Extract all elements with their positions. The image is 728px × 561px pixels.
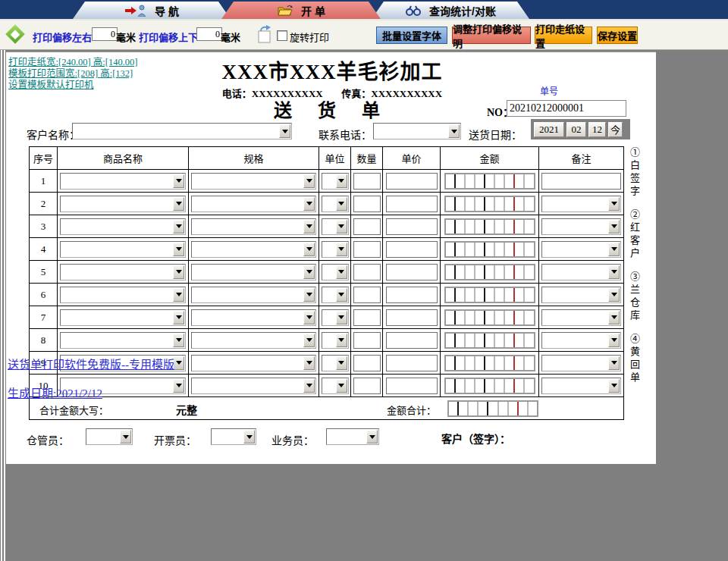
amount-digit-cell[interactable]	[495, 379, 505, 393]
amount-digit-cell[interactable]	[505, 356, 515, 370]
row-1-product-combobox[interactable]	[60, 173, 186, 190]
row-5-spec-combobox[interactable]	[191, 264, 316, 280]
amount-digit-cell[interactable]	[485, 243, 495, 256]
salesman-combobox[interactable]	[326, 428, 379, 445]
amount-digit-cell[interactable]	[475, 265, 485, 279]
row-10-unit-combobox[interactable]	[322, 378, 349, 394]
amount-digit-cell[interactable]	[515, 220, 525, 233]
amount-digit-cell[interactable]	[456, 334, 466, 347]
amount-digit-cell[interactable]	[456, 265, 466, 279]
rotate-print-checkbox[interactable]	[277, 30, 287, 41]
dropdown-arrow-icon[interactable]	[173, 243, 184, 256]
dropdown-arrow-icon[interactable]	[173, 379, 184, 393]
amount-digit-cell[interactable]	[509, 402, 519, 415]
dropdown-arrow-icon[interactable]	[303, 379, 315, 393]
amount-digit-cell[interactable]	[475, 220, 485, 233]
row-9-quantity-input[interactable]	[353, 355, 381, 371]
dropdown-arrow-icon[interactable]	[608, 243, 620, 256]
row-1-quantity-input[interactable]	[353, 173, 381, 190]
amount-digit-cell[interactable]	[456, 356, 466, 370]
amount-digit-cell[interactable]	[485, 379, 495, 393]
amount-digit-cell[interactable]	[529, 402, 537, 415]
amount-digit-cell[interactable]	[525, 265, 533, 279]
date-year-button[interactable]: 2021	[534, 122, 564, 137]
amount-digit-cell[interactable]	[475, 197, 485, 211]
batch-set-font-button[interactable]: 批量设置字体	[376, 27, 447, 44]
row-8-unit-combobox[interactable]	[322, 332, 349, 349]
dropdown-arrow-icon[interactable]	[336, 265, 347, 279]
amount-digit-cell[interactable]	[466, 356, 475, 370]
save-settings-button[interactable]: 保存设置	[597, 27, 638, 44]
row-5-quantity-input[interactable]	[353, 264, 381, 280]
free-version-link[interactable]: 送货单打印软件免费版--专用模版	[8, 356, 174, 371]
amount-digit-cell[interactable]	[475, 379, 485, 393]
amount-digit-cell[interactable]	[495, 356, 505, 370]
generated-date-link[interactable]: 生成日期:2021/2/12	[8, 384, 102, 400]
amount-digit-cell[interactable]	[499, 402, 509, 415]
amount-digit-cell[interactable]	[505, 197, 515, 211]
amount-digit-cell[interactable]	[525, 197, 533, 211]
dropdown-arrow-icon[interactable]	[173, 265, 184, 279]
row-9-price-input[interactable]	[386, 355, 438, 371]
dropdown-arrow-icon[interactable]	[303, 197, 315, 211]
amount-digit-cell[interactable]	[485, 311, 495, 324]
amount-digit-cell[interactable]	[475, 174, 485, 188]
dropdown-arrow-icon[interactable]	[173, 197, 184, 211]
row-10-quantity-input[interactable]	[353, 378, 381, 394]
amount-digit-cell[interactable]	[456, 174, 466, 188]
dropdown-arrow-icon[interactable]	[608, 288, 620, 302]
row-10-spec-combobox[interactable]	[191, 378, 316, 394]
dropdown-arrow-icon[interactable]	[608, 220, 620, 233]
amount-digit-cell[interactable]	[459, 402, 469, 415]
amount-digit-cell[interactable]	[446, 174, 456, 188]
row-6-remark-combobox[interactable]	[541, 287, 621, 303]
dropdown-arrow-icon[interactable]	[366, 430, 378, 443]
amount-digit-cell[interactable]	[475, 311, 485, 324]
amount-digit-cell[interactable]	[525, 288, 533, 302]
row-3-price-input[interactable]	[386, 218, 438, 235]
amount-digit-cell[interactable]	[525, 379, 533, 393]
amount-digit-cell[interactable]	[495, 174, 505, 188]
amount-digit-cell[interactable]	[525, 243, 533, 256]
amount-digit-cell[interactable]	[495, 288, 505, 302]
row-6-product-combobox[interactable]	[60, 287, 186, 303]
dropdown-arrow-icon[interactable]	[243, 430, 255, 443]
row-7-price-input[interactable]	[386, 309, 438, 326]
amount-digit-cell[interactable]	[505, 311, 515, 324]
row-2-price-input[interactable]	[386, 196, 438, 212]
row-9-unit-combobox[interactable]	[322, 355, 349, 371]
row-4-unit-combobox[interactable]	[322, 241, 349, 258]
amount-digit-cell[interactable]	[446, 334, 456, 347]
tab-query-stats[interactable]: 查询统计/对账	[372, 2, 529, 19]
row-2-unit-combobox[interactable]	[322, 196, 349, 212]
row-8-product-combobox[interactable]	[60, 332, 186, 349]
row-5-remark-combobox[interactable]	[541, 264, 621, 280]
amount-digit-cell[interactable]	[456, 311, 466, 324]
row-1-unit-combobox[interactable]	[322, 173, 349, 190]
row-1-remark-input[interactable]	[541, 173, 621, 190]
row-3-spec-combobox[interactable]	[191, 218, 316, 235]
row-5-price-input[interactable]	[386, 264, 438, 280]
dropdown-arrow-icon[interactable]	[336, 311, 347, 324]
dropdown-arrow-icon[interactable]	[120, 430, 131, 443]
amount-digit-cell[interactable]	[446, 356, 456, 370]
dropdown-arrow-icon[interactable]	[336, 197, 347, 211]
dropdown-arrow-icon[interactable]	[608, 265, 620, 279]
amount-digit-cell[interactable]	[488, 402, 498, 415]
amount-digit-cell[interactable]	[466, 288, 475, 302]
row-4-price-input[interactable]	[386, 241, 438, 258]
amount-digit-cell[interactable]	[505, 265, 515, 279]
row-9-remark-combobox[interactable]	[541, 355, 621, 371]
amount-digit-cell[interactable]	[485, 197, 495, 211]
amount-digit-cell[interactable]	[515, 265, 525, 279]
amount-digit-cell[interactable]	[515, 379, 525, 393]
amount-digit-cell[interactable]	[515, 243, 525, 256]
dropdown-arrow-icon[interactable]	[336, 243, 347, 256]
row-3-unit-combobox[interactable]	[322, 218, 349, 235]
dropdown-arrow-icon[interactable]	[303, 174, 315, 188]
dropdown-arrow-icon[interactable]	[336, 174, 347, 188]
row-7-product-combobox[interactable]	[60, 309, 186, 326]
amount-digit-cell[interactable]	[525, 311, 533, 324]
amount-digit-cell[interactable]	[485, 288, 495, 302]
amount-digit-cell[interactable]	[466, 379, 475, 393]
